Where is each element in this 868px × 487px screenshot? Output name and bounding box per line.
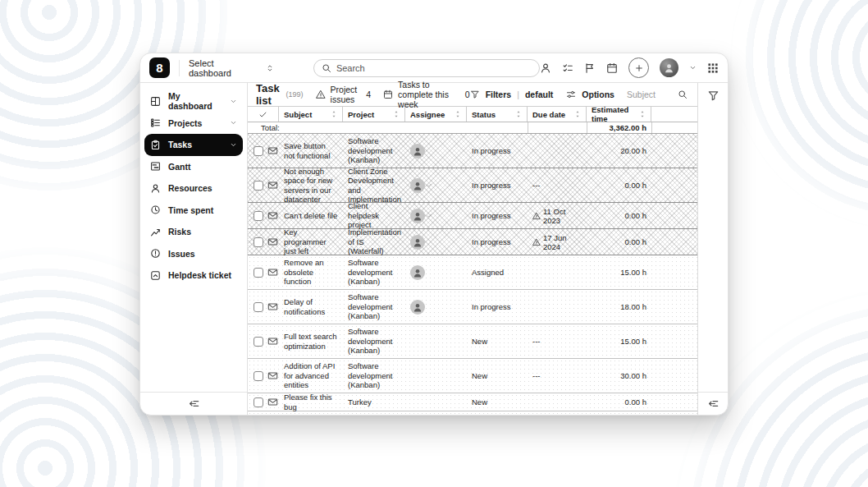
dashboard-icon (150, 96, 161, 107)
column-header-assignee[interactable]: Assignee (405, 107, 467, 122)
column-header-status[interactable]: Status (467, 107, 528, 122)
row-checkbox[interactable] (254, 237, 263, 247)
cell-estimated-time: 0.00 h (587, 181, 651, 190)
apps-grid-icon[interactable] (707, 62, 719, 74)
envelope-icon[interactable] (267, 336, 278, 347)
table-row[interactable]: Please fix this bugTurkeyNew0.00 h (248, 393, 697, 411)
column-header-project[interactable]: Project (343, 107, 405, 122)
table-row[interactable]: Can't delete fileClient helpdesk project… (248, 203, 697, 229)
projects-icon (150, 117, 161, 128)
options-button[interactable]: Options (582, 90, 614, 99)
envelope-icon[interactable] (267, 370, 278, 381)
row-checkbox[interactable] (254, 268, 263, 278)
cell-subject[interactable]: Full text search optimization (279, 332, 343, 351)
cell-project[interactable]: Client helpdesk project (343, 201, 405, 229)
envelope-icon[interactable] (267, 145, 278, 156)
row-checkbox[interactable] (254, 371, 263, 381)
cell-project[interactable]: Client Zone Development and Implementati… (343, 167, 405, 204)
cell-subject[interactable]: Delay of notifications (279, 297, 343, 316)
filters-button[interactable]: Filters (486, 90, 512, 99)
project-issues-count: 4 (366, 90, 371, 99)
cell-subject[interactable]: Remove an obsolete function (279, 258, 343, 286)
row-checkbox[interactable] (254, 211, 263, 221)
cell-estimated-time: 0.00 h (587, 237, 651, 246)
sidebar-item-projects[interactable]: Projects (144, 113, 243, 135)
cell-project[interactable]: Software development (Kanban) (343, 327, 405, 355)
column-header-subject[interactable]: Subject (279, 107, 343, 122)
column-header-due-date[interactable]: Due date (528, 107, 587, 122)
list-search-icon[interactable] (678, 90, 688, 99)
sidebar-item-tasks[interactable]: Tasks (144, 134, 243, 156)
cell-project[interactable]: Software development (Kanban) (343, 361, 405, 389)
column-header-estimated-time[interactable]: Estimated time (587, 107, 651, 122)
flag-icon[interactable] (584, 62, 596, 74)
table-header: Subject Project Assignee Status Due date… (248, 107, 697, 122)
sidebar-item-helpdesk-ticket[interactable]: Helpdesk ticket (144, 264, 243, 287)
table-row[interactable] (248, 411, 697, 415)
cell-project[interactable]: Software development (Kanban) (343, 136, 405, 164)
table-row[interactable]: Key programmer just leftImplementation o… (248, 229, 697, 255)
cell-assignee (405, 178, 467, 193)
assignee-avatar (410, 144, 425, 159)
cell-project[interactable]: Software development (Kanban) (343, 258, 405, 286)
task-table: Subject Project Assignee Status Due date… (248, 107, 697, 415)
table-row[interactable]: Save button not functionalSoftware devel… (248, 134, 697, 168)
cell-estimated-time: 30.00 h (587, 371, 651, 380)
person-icon[interactable] (540, 62, 551, 74)
filters-value[interactable]: default (525, 90, 553, 99)
cell-subject[interactable]: Please fix this bug (279, 393, 343, 411)
sidebar-item-risks[interactable]: Risks (144, 221, 243, 243)
envelope-icon[interactable] (267, 301, 278, 312)
row-checkbox[interactable] (254, 181, 263, 191)
table-row[interactable]: Addition of API for advanced entitiesSof… (248, 359, 697, 393)
row-checkbox[interactable] (254, 146, 263, 156)
calendar-icon[interactable] (606, 62, 618, 74)
collapse-rail-icon[interactable] (707, 397, 720, 410)
sidebar-item-label: My dashboard (168, 91, 222, 111)
cell-subject[interactable]: Save button not functional (279, 141, 343, 160)
row-checkbox[interactable] (254, 337, 263, 347)
collapse-sidebar-icon[interactable] (188, 397, 200, 410)
cell-project[interactable]: Turkey (343, 397, 405, 407)
project-issues-badge[interactable]: Project issues 4 (316, 85, 372, 104)
sidebar-item-label: Resources (168, 183, 212, 193)
sidebar-item-my-dashboard[interactable]: My dashboard (144, 90, 243, 113)
add-button[interactable] (628, 57, 649, 78)
table-row[interactable]: Delay of notificationsSoftware developme… (248, 290, 697, 324)
cell-status: In progress (467, 237, 528, 246)
cell-project[interactable]: Software development (Kanban) (343, 292, 405, 320)
table-row[interactable]: Full text search optimizationSoftware de… (248, 324, 697, 359)
envelope-icon[interactable] (267, 237, 278, 247)
envelope-icon[interactable] (267, 210, 278, 221)
app-logo[interactable]: 8 (149, 57, 170, 78)
table-row[interactable]: Not enough space for new servers in our … (248, 168, 697, 203)
cell-subject[interactable]: Not enough space for new servers in our … (279, 167, 343, 204)
row-checkbox[interactable] (254, 302, 263, 312)
rail-filter-icon[interactable] (707, 90, 720, 102)
user-avatar[interactable] (660, 58, 678, 77)
envelope-icon[interactable] (267, 180, 278, 191)
sidebar: My dashboardProjectsTasksGanttResourcesT… (140, 83, 248, 415)
tasks-week-badge[interactable]: Tasks to complete this week 0 (383, 80, 470, 109)
column-header-select[interactable] (248, 107, 279, 122)
sidebar-item-issues[interactable]: Issues (144, 243, 243, 265)
sidebar-item-resources[interactable]: Resources (144, 177, 243, 200)
dashboard-selector[interactable]: Select dashboard (189, 58, 274, 78)
cell-project[interactable]: Implementation of IS (Waterfall) (343, 227, 405, 255)
helpdesk-icon (150, 270, 161, 281)
row-checkbox[interactable] (254, 397, 263, 407)
sidebar-item-label: Helpdesk ticket (168, 270, 231, 280)
search-input[interactable]: Search (313, 59, 540, 77)
sidebar-item-gantt[interactable]: Gantt (144, 156, 243, 178)
envelope-icon[interactable] (267, 397, 278, 407)
chevron-down-icon[interactable] (689, 64, 697, 71)
cell-subject[interactable]: Addition of API for advanced entities (279, 361, 343, 389)
search-column-label[interactable]: Subject (627, 90, 656, 99)
calendar-icon (383, 90, 393, 99)
table-row[interactable]: Remove an obsolete functionSoftware deve… (248, 255, 697, 290)
cell-subject[interactable]: Can't delete file (279, 211, 343, 220)
sidebar-item-time-spent[interactable]: Time spent (144, 200, 243, 222)
cell-subject[interactable]: Key programmer just left (279, 227, 343, 255)
envelope-icon[interactable] (267, 267, 278, 278)
checklist-icon[interactable] (562, 62, 573, 74)
